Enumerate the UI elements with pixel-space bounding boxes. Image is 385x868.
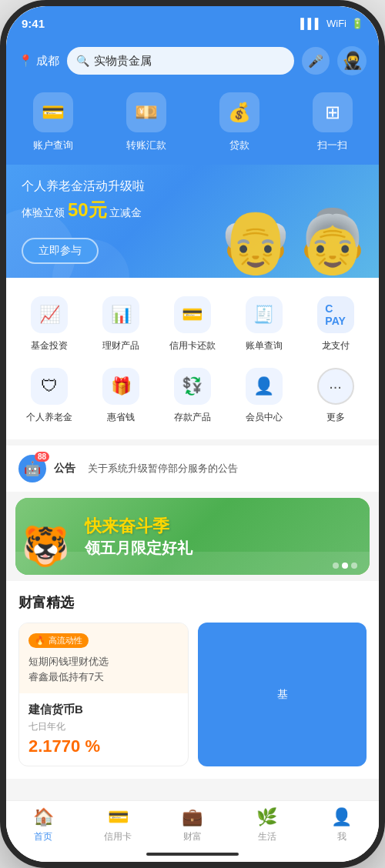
save-icon: 🎁 <box>102 368 139 405</box>
promo-figure: 🐯 <box>22 524 69 569</box>
voice-button[interactable]: 🎤 <box>302 47 330 75</box>
transfer-icon: 💴 <box>126 92 166 132</box>
nav-life[interactable]: 🌿 生活 <box>229 807 304 843</box>
location-text: 成都 <box>36 54 59 68</box>
banner-amount: 50元 <box>68 199 107 220</box>
wealth-cards: 🔥 高流动性 短期闲钱理财优选睿鑫最低持有7天 建信货币B 七日年化 2.177… <box>18 623 367 766</box>
loan-icon: 💰 <box>219 92 259 132</box>
quick-actions: 💳 账户查询 💴 转账汇款 💰 贷款 ⊞ 扫一扫 <box>6 85 379 165</box>
wealth-section: 财富精选 🔥 高流动性 短期闲钱理财优选睿鑫最低持有7天 <box>6 581 379 779</box>
life-icon: 🌿 <box>256 807 277 827</box>
avatar-icon: 🥷 <box>342 51 363 71</box>
credit-repay-icon: 💳 <box>174 296 211 333</box>
service-more[interactable]: ··· 更多 <box>300 362 371 430</box>
account-label: 账户查询 <box>33 139 73 152</box>
notice-avatar: 🤖 88 <box>18 455 46 482</box>
service-bill[interactable]: 🧾 账单查询 <box>228 290 300 359</box>
longpay-icon: CPAY <box>317 296 354 333</box>
me-label: 我 <box>337 830 346 843</box>
wealth-tag-1: 🔥 高流动性 <box>28 633 89 648</box>
main-scroll: 个人养老金活动升级啦 体验立领 50元 立减金 立即参与 👴👵 <box>6 165 379 862</box>
nav-credit[interactable]: 💳 信用卡 <box>81 807 156 843</box>
promo-title: 快来奋斗季 <box>85 515 192 538</box>
phone-inner: 9:41 ▌▌▌ WiFi 🔋 📍 成都 🔍 实物贵金属 🎤 🥷 <box>6 6 379 862</box>
wealth-product-icon: 📊 <box>102 296 139 333</box>
home-icon: 🏠 <box>33 807 54 827</box>
save-label: 惠省钱 <box>107 411 135 424</box>
fund-icon: 📈 <box>31 296 68 333</box>
account-icon: 💳 <box>33 92 73 132</box>
dot-1 <box>333 563 339 569</box>
promo-dots <box>333 563 357 569</box>
home-label: 首页 <box>34 830 52 843</box>
battery-icon: 🔋 <box>351 18 363 29</box>
scan-label: 扫一扫 <box>317 139 347 152</box>
wealth-card-1-header: 🔥 高流动性 短期闲钱理财优选睿鑫最低持有7天 <box>19 623 188 693</box>
wealth-desc: 短期闲钱理财优选睿鑫最低持有7天 <box>28 654 179 684</box>
quick-action-account[interactable]: 💳 账户查询 <box>6 92 99 152</box>
location-button[interactable]: 📍 成都 <box>18 54 59 68</box>
banner-subtitle: 体验立领 50元 立减金 <box>22 198 145 222</box>
notice-badge: 88 <box>35 452 49 462</box>
home-indicator <box>146 853 239 856</box>
wealth-card-blue-label: 基 <box>277 688 288 702</box>
transfer-label: 转账汇款 <box>126 139 166 152</box>
nav-me[interactable]: 👤 我 <box>304 807 379 843</box>
search-icon: 🔍 <box>76 55 89 67</box>
wealth-card-blue[interactable]: 基 <box>198 623 367 766</box>
member-icon: 👤 <box>246 368 283 405</box>
deposit-label: 存款产品 <box>174 411 211 424</box>
pension-label: 个人养老金 <box>26 411 72 424</box>
banner-participate-button[interactable]: 立即参与 <box>22 238 99 264</box>
wealth-card-1-body: 建信货币B 七日年化 2.1770 % <box>19 693 188 766</box>
wealth-label: 财富 <box>183 830 202 843</box>
search-text: 实物贵金属 <box>94 54 285 68</box>
banner-content: 个人养老金活动升级啦 体验立领 50元 立减金 立即参与 <box>22 179 145 264</box>
service-longpay[interactable]: CPAY 龙支付 <box>300 290 371 359</box>
wealth-rate-label: 七日年化 <box>28 720 179 733</box>
wealth-name: 建信货币B <box>28 703 179 717</box>
services-row-1: 📈 基金投资 📊 理财产品 💳 信用卡还款 🧾 账单查询 <box>6 290 379 359</box>
promo-subtitle: 领五月限定好礼 <box>85 538 192 559</box>
bill-label: 账单查询 <box>246 339 283 352</box>
wealth-rate: 2.1770 % <box>28 736 179 756</box>
notice-text: 关于系统升级暂停部分服务的公告 <box>88 462 367 476</box>
pension-icon: 🛡 <box>31 368 68 405</box>
notice-bar[interactable]: 🤖 88 公告 关于系统升级暂停部分服务的公告 <box>6 446 379 492</box>
status-time: 9:41 <box>22 17 45 30</box>
quick-action-loan[interactable]: 💰 贷款 <box>192 92 286 152</box>
dot-3 <box>351 563 357 569</box>
promo-text: 快来奋斗季 领五月限定好礼 <box>85 515 192 559</box>
search-bar[interactable]: 🔍 实物贵金属 <box>67 47 294 75</box>
status-icons: ▌▌▌ WiFi 🔋 <box>300 18 363 29</box>
nav-wealth[interactable]: 💼 财富 <box>156 807 230 843</box>
service-member[interactable]: 👤 会员中心 <box>228 362 300 430</box>
location-pin-icon: 📍 <box>18 54 33 68</box>
service-save[interactable]: 🎁 惠省钱 <box>85 362 157 430</box>
quick-action-scan[interactable]: ⊞ 扫一扫 <box>286 92 379 152</box>
service-fund[interactable]: 📈 基金投资 <box>14 290 85 359</box>
service-credit-repay[interactable]: 💳 信用卡还款 <box>157 290 229 359</box>
pension-banner[interactable]: 个人养老金活动升级啦 体验立领 50元 立减金 立即参与 👴👵 <box>6 165 379 278</box>
nav-home[interactable]: 🏠 首页 <box>6 807 81 843</box>
promo-banner[interactable]: 🐯 快来奋斗季 领五月限定好礼 <box>15 498 370 575</box>
mic-icon: 🎤 <box>308 54 323 68</box>
credit-label: 信用卡 <box>104 830 132 843</box>
banner-figure: 👴👵 <box>217 205 371 278</box>
wealth-card-1[interactable]: 🔥 高流动性 短期闲钱理财优选睿鑫最低持有7天 建信货币B 七日年化 2.177… <box>18 623 189 766</box>
signal-icon: ▌▌▌ <box>300 18 322 29</box>
fire-icon: 🔥 <box>35 636 45 646</box>
loan-label: 贷款 <box>229 139 249 152</box>
status-bar: 9:41 ▌▌▌ WiFi 🔋 <box>6 6 379 40</box>
longpay-label: 龙支付 <box>322 339 350 352</box>
notice-avatar-icon: 🤖 <box>24 460 41 477</box>
service-wealth-product[interactable]: 📊 理财产品 <box>85 290 157 359</box>
avatar-button[interactable]: 🥷 <box>337 46 367 75</box>
wealth-section-title: 财富精选 <box>18 593 367 612</box>
banner-title: 个人养老金活动升级啦 <box>22 179 145 195</box>
wealth-product-label: 理财产品 <box>102 339 139 352</box>
service-deposit[interactable]: 💱 存款产品 <box>157 362 229 430</box>
quick-action-transfer[interactable]: 💴 转账汇款 <box>99 92 192 152</box>
deposit-icon: 💱 <box>174 368 211 405</box>
service-pension[interactable]: 🛡 个人养老金 <box>14 362 85 430</box>
